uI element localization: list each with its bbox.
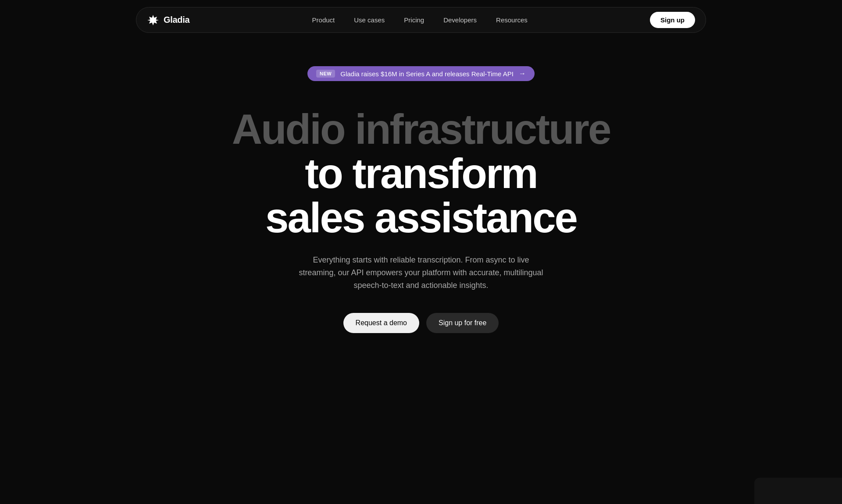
bottom-card-hint: [754, 478, 842, 504]
nav-link-pricing[interactable]: Pricing: [396, 13, 432, 27]
nav-link-resources[interactable]: Resources: [488, 13, 535, 27]
hero-line2: to transform: [232, 152, 610, 196]
navbar: Gladia Product Use cases Pricing Develop…: [136, 7, 706, 33]
logo-text: Gladia: [164, 15, 189, 25]
hero-line3: sales assistance: [232, 196, 610, 240]
request-demo-button[interactable]: Request a demo: [343, 313, 419, 333]
announcement-text: Gladia raises $16M in Series A and relea…: [340, 70, 514, 78]
announcement-banner[interactable]: NEW Gladia raises $16M in Series A and r…: [307, 66, 535, 81]
announcement-arrow: →: [519, 70, 526, 78]
nav-link-product[interactable]: Product: [304, 13, 343, 27]
gladia-logo-icon: [147, 14, 159, 26]
nav-links: Product Use cases Pricing Developers Res…: [304, 13, 535, 27]
nav-link-developers[interactable]: Developers: [435, 13, 485, 27]
new-badge: NEW: [316, 70, 335, 78]
logo-link[interactable]: Gladia: [147, 14, 189, 26]
nav-link-use-cases[interactable]: Use cases: [346, 13, 392, 27]
hero-line1: Audio infrastructure: [232, 107, 610, 152]
hero-heading: Audio infrastructure to transform sales …: [232, 107, 610, 240]
hero-cta: Request a demo Sign up for free: [343, 313, 499, 333]
hero-subtext: Everything starts with reliable transcri…: [298, 254, 544, 291]
navbar-wrapper: Gladia Product Use cases Pricing Develop…: [0, 0, 842, 40]
hero-section: NEW Gladia raises $16M in Series A and r…: [0, 40, 842, 368]
signup-free-button[interactable]: Sign up for free: [426, 313, 499, 333]
nav-signup-button[interactable]: Sign up: [650, 12, 695, 28]
